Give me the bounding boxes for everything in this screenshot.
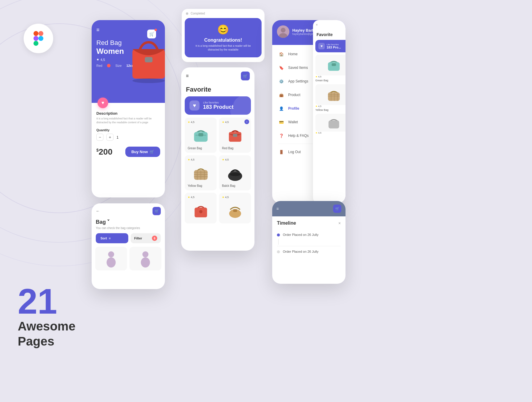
svg-point-7 [38,36,43,41]
home-icon: 🏠 [278,51,285,57]
figma-logo [24,24,53,53]
completed-status: Completed [191,12,205,15]
svg-rect-15 [198,133,203,136]
bag-card-6[interactable]: ★ 4,5 [219,193,251,223]
svg-point-45 [142,251,149,257]
headline-block: 21 Awesome Pages [18,283,75,349]
timeline-order-1: Order Placed on 26 Jully [283,233,318,236]
wallet-icon: 💳 [278,119,285,125]
quantity-label: Quantity [96,128,160,132]
fav-panel-overlay: ≡ Favorite ♥ Like favorites 183 Pro... [313,20,346,203]
screen-profile: Hayley Barles hayleybarles@gmail.com × 🏠… [272,20,346,203]
bag-card-green[interactable]: ★ 4,5 Grean Bag [185,118,217,153]
timeline-menu-icon[interactable]: ≡ [276,206,279,211]
like-heart-icon: ♥ [189,100,200,111]
svg-point-46 [141,257,150,268]
fav-menu-icon[interactable]: ≡ [186,73,189,79]
svg-rect-35 [332,63,336,66]
filter-button[interactable]: Filter 6 [131,233,161,243]
profile-icon: 👤 [278,105,285,112]
svg-point-28 [199,210,202,213]
heart-button[interactable]: ♥ [98,98,108,108]
svg-point-10 [132,78,165,83]
profile-avatar [277,25,289,38]
svg-rect-5 [33,36,38,41]
bag-name-red: Red Bag [222,147,248,150]
timeline-dot-inactive [277,250,280,253]
bag-card-5[interactable]: ★ 4,5 [185,193,217,223]
timeline-item-2: Order Placed on 26 Jully [277,247,341,256]
qty-increase[interactable]: + [106,134,113,141]
svg-rect-9 [145,57,153,62]
svg-point-32 [281,28,286,33]
svg-rect-3 [33,31,38,36]
timeline-dot-active [277,234,280,236]
fav-panel-bag-extra[interactable]: ★ 4,5 [315,114,346,134]
fav-panel-heart-icon: ♥ [318,43,325,49]
screen-favorite: ≡ 🛒 Favorite ♥ Like favorites 183 Produc… [181,67,254,251]
svg-rect-42 [328,120,339,128]
fashion-item-2[interactable] [129,247,161,270]
desc-title: Description [96,111,160,116]
svg-point-26 [230,173,241,176]
qty-decrease[interactable]: − [96,134,103,141]
fav-panel-bag-green[interactable]: ★ 4,5 Grean Bag [315,55,346,82]
svg-rect-6 [33,41,38,46]
bag-name-yellow: Yellow Bag [188,184,214,187]
timeline-close-button[interactable]: × [338,221,341,226]
bag-category-title: Bag ˅ [92,219,165,226]
fav-panel-bag-yellow[interactable]: ★ 4,5 Yellow Bag [315,84,346,111]
headline-text: Awesome Pages [18,319,75,349]
price: $200 [96,147,113,157]
svg-rect-4 [38,31,43,36]
bag-cart-button[interactable]: 🛒 [153,207,161,215]
timeline-order-2: Order Placed on 26 Jully [283,250,318,253]
fav-cart-button[interactable]: 🛒 [241,72,250,80]
timeline-title: Timeline [277,221,296,226]
favorite-title: Favorite [181,85,254,96]
bag-card-red[interactable]: ★ 4,5 × Red Bag [219,118,251,153]
saved-icon: 🔖 [278,64,285,71]
menu-icon[interactable]: ≡ [96,27,100,33]
like-banner: ♥ Like favorites 183 Product [185,96,251,115]
settings-icon: ⚙️ [278,78,285,85]
timeline-item-1: Order Placed on 26 Jully [277,231,341,239]
remove-bag-button[interactable]: × [244,119,249,124]
buy-now-button[interactable]: Buy Now 🛒 [125,147,160,157]
screen-product: ≡ 🛒 Red Bag Women ★ 4,5 Red Size 12cm [92,20,165,197]
screen-timeline: ≡ 🛒 Timeline × Order Placed on 26 Jully … [272,201,346,284]
svg-point-44 [107,257,116,268]
bag-card-yellow[interactable]: ★ 4,5 Yellow Bag [185,155,217,190]
congrats-emoji: 😊 [189,24,257,35]
fashion-item-1[interactable] [95,247,127,270]
screen-bag-categories: ← 🛒 Bag ˅ You can check the bag categori… [92,203,165,289]
sort-button[interactable]: Sort ≡ [96,233,128,243]
back-button[interactable]: ← [96,209,100,213]
bag-name-black: Balck Bag [222,184,248,187]
congrats-title: Congratulations! [189,38,257,43]
svg-point-43 [108,251,114,257]
desc-text: It is a long established fact that a rea… [96,117,160,124]
headline-number: 21 [18,283,75,319]
logout-icon: 🚪 [278,149,285,155]
qty-value: 1 [116,135,119,140]
svg-rect-36 [328,92,340,101]
bag-category-subtitle: You can check the bag categories [92,226,165,233]
svg-rect-30 [233,209,237,212]
svg-rect-17 [233,134,237,137]
product-image [121,35,165,88]
fav-panel-banner: ♥ Like favorites 183 Pro... [315,40,346,52]
congrats-banner: 😊 Congratulations! It is a long establis… [185,18,262,57]
product-icon: 👜 [278,92,285,98]
bag-card-black[interactable]: ★ 4,5 Balck Bag [219,155,251,190]
bag-name-green: Grean Bag [188,147,214,150]
congrats-card: Completed 😊 Congratulations! It is a lon… [182,9,265,62]
timeline-cart-button[interactable]: 🛒 [333,205,341,213]
congrats-subtitle: It is a long established fact that a rea… [189,44,257,51]
filter-count: 6 [152,236,157,241]
help-icon: ❓ [278,132,285,139]
